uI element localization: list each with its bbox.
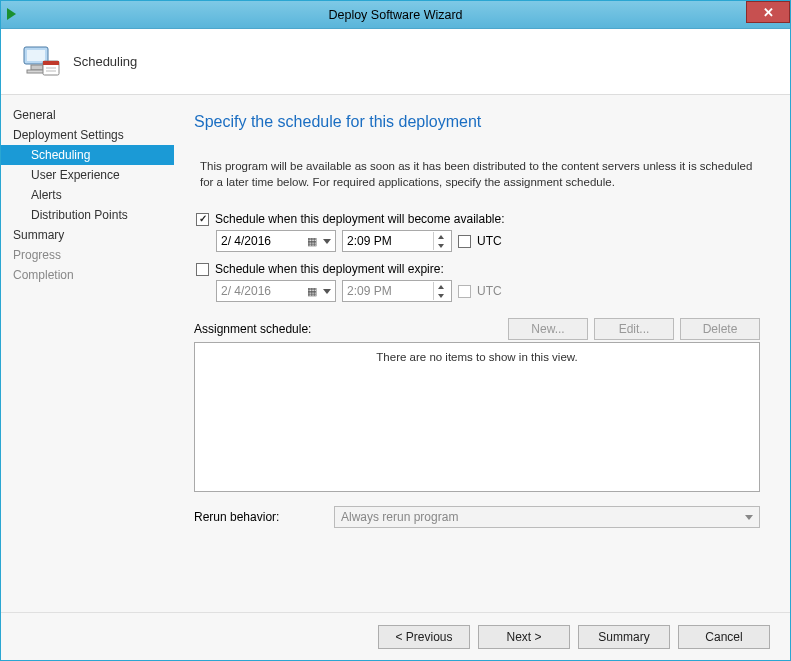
assignment-listbox[interactable]: There are no items to show in this view. — [194, 342, 760, 492]
expire-time-value: 2:09 PM — [347, 284, 392, 298]
expire-date-input[interactable]: 2/ 4/2016 ▦ — [216, 280, 336, 302]
assignment-label: Assignment schedule: — [194, 322, 502, 336]
scheduling-icon — [19, 41, 61, 83]
time-spinner[interactable] — [433, 232, 447, 250]
sidebar-item-scheduling[interactable]: Scheduling — [1, 145, 174, 165]
expire-date-value: 2/ 4/2016 — [221, 284, 271, 298]
expire-label: Schedule when this deployment will expir… — [215, 262, 444, 276]
rerun-combobox[interactable]: Always rerun program — [334, 506, 760, 528]
sidebar-item-completion[interactable]: Completion — [1, 265, 174, 285]
rerun-row: Rerun behavior: Always rerun program — [194, 506, 760, 528]
delete-button[interactable]: Delete — [680, 318, 760, 340]
edit-button[interactable]: Edit... — [594, 318, 674, 340]
sidebar: General Deployment Settings Scheduling U… — [1, 95, 174, 612]
cancel-button[interactable]: Cancel — [678, 625, 770, 649]
expire-utc-label: UTC — [477, 284, 502, 298]
expire-inputs: 2/ 4/2016 ▦ 2:09 PM UTC — [216, 280, 760, 302]
new-button[interactable]: New... — [508, 318, 588, 340]
wizard-window: Deploy Software Wizard ✕ Scheduling Gene… — [0, 0, 791, 661]
body: General Deployment Settings Scheduling U… — [1, 95, 790, 612]
svg-rect-1 — [27, 50, 45, 61]
summary-button[interactable]: Summary — [578, 625, 670, 649]
available-row: Schedule when this deployment will becom… — [196, 212, 760, 226]
available-date-input[interactable]: 2/ 4/2016 ▦ — [216, 230, 336, 252]
previous-button[interactable]: < Previous — [378, 625, 470, 649]
available-date-value: 2/ 4/2016 — [221, 234, 271, 248]
sidebar-item-summary[interactable]: Summary — [1, 225, 174, 245]
chevron-down-icon — [323, 289, 331, 294]
expire-time-input[interactable]: 2:09 PM — [342, 280, 452, 302]
expire-checkbox[interactable] — [196, 263, 209, 276]
chevron-down-icon — [323, 239, 331, 244]
sidebar-item-deployment-settings[interactable]: Deployment Settings — [1, 125, 174, 145]
header: Scheduling — [1, 29, 790, 95]
expire-row: Schedule when this deployment will expir… — [196, 262, 760, 276]
available-inputs: 2/ 4/2016 ▦ 2:09 PM UTC — [216, 230, 760, 252]
expire-utc-checkbox — [458, 285, 471, 298]
close-button[interactable]: ✕ — [746, 1, 790, 23]
header-title: Scheduling — [73, 54, 137, 69]
sidebar-item-user-experience[interactable]: User Experience — [1, 165, 174, 185]
rerun-label: Rerun behavior: — [194, 510, 334, 524]
window-title: Deploy Software Wizard — [328, 8, 462, 22]
assignment-row: Assignment schedule: New... Edit... Dele… — [194, 318, 760, 340]
next-button[interactable]: Next > — [478, 625, 570, 649]
available-checkbox[interactable] — [196, 213, 209, 226]
close-icon: ✕ — [763, 5, 774, 20]
sidebar-item-alerts[interactable]: Alerts — [1, 185, 174, 205]
spinner-down-icon[interactable] — [434, 291, 447, 300]
footer: < Previous Next > Summary Cancel — [1, 612, 790, 660]
main-panel: Specify the schedule for this deployment… — [174, 95, 790, 612]
chevron-down-icon — [745, 515, 753, 520]
arrow-icon — [7, 8, 16, 20]
empty-list-text: There are no items to show in this view. — [376, 351, 577, 363]
description-text: This program will be available as soon a… — [200, 159, 760, 190]
spinner-down-icon[interactable] — [434, 241, 447, 250]
svg-rect-2 — [31, 65, 43, 70]
sidebar-item-progress[interactable]: Progress — [1, 245, 174, 265]
time-spinner[interactable] — [433, 282, 447, 300]
available-time-input[interactable]: 2:09 PM — [342, 230, 452, 252]
calendar-icon: ▦ — [307, 235, 317, 248]
available-utc-label: UTC — [477, 234, 502, 248]
svg-rect-5 — [43, 61, 59, 65]
available-utc-checkbox[interactable] — [458, 235, 471, 248]
available-time-value: 2:09 PM — [347, 234, 392, 248]
available-label: Schedule when this deployment will becom… — [215, 212, 505, 226]
page-title: Specify the schedule for this deployment — [194, 113, 760, 131]
spinner-up-icon[interactable] — [434, 282, 447, 291]
calendar-icon: ▦ — [307, 285, 317, 298]
sidebar-item-general[interactable]: General — [1, 105, 174, 125]
spinner-up-icon[interactable] — [434, 232, 447, 241]
titlebar: Deploy Software Wizard ✕ — [1, 1, 790, 29]
sidebar-item-distribution-points[interactable]: Distribution Points — [1, 205, 174, 225]
rerun-value: Always rerun program — [341, 510, 458, 524]
